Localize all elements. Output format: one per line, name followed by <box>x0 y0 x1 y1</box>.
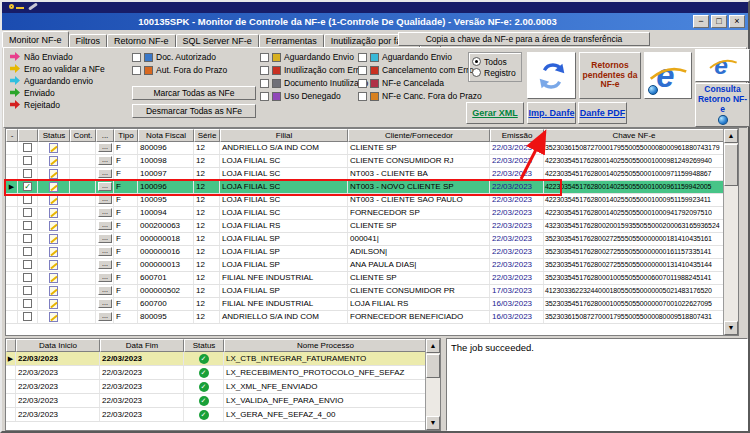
marcar-todas-button[interactable]: Marcar Todas as NFe <box>132 86 256 100</box>
registro-radio-button[interactable] <box>472 68 481 77</box>
maximize-button[interactable]: □ <box>711 15 727 28</box>
nfe-col-header-cliente[interactable]: Cliente/Fornecedor <box>348 129 490 142</box>
nfe-row[interactable]: ...F60070112FILIAL NFE INDUSTRIALCLIENTE… <box>6 272 723 285</box>
nfe-col-header-emissao[interactable]: Emissão <box>490 129 544 142</box>
process-col-header-marker[interactable] <box>6 339 16 352</box>
filter-inutil-aguardando-envio[interactable]: Aguardando Envio <box>260 52 368 62</box>
process-col-header-status[interactable]: Status <box>184 339 224 352</box>
row-detail-button[interactable]: ... <box>98 273 112 282</box>
nfe-col-header-dots[interactable]: ... <box>96 129 114 142</box>
nfe-col-header-cont[interactable]: Cont. <box>70 129 96 142</box>
tab-retorno-nfe[interactable]: Retorno NF-e <box>107 34 176 48</box>
nfe-col-header-filial[interactable]: Filial <box>220 129 348 142</box>
nfe-col-header-status[interactable]: Status <box>38 129 70 142</box>
tab-sql-server-nfe[interactable]: SQL Server NF-e <box>176 34 259 48</box>
process-row[interactable]: 22/03/202322/03/2023✓LX_XML_NFE_ENVIADO <box>6 380 425 394</box>
nfe-row[interactable]: ...F00000001812LOJA FILIAL SP000041|22/0… <box>6 233 723 246</box>
nfe-row[interactable]: ...F00020006312LOJA FILIAL RSCLIENTE SP2… <box>6 220 723 233</box>
row-detail-button[interactable]: ... <box>98 299 112 308</box>
row-detail-button[interactable]: ... <box>98 156 112 165</box>
nfe-col-header-check[interactable] <box>18 129 38 142</box>
nfe-row[interactable]: ...F00000050212LOJA FILIAL SPCLIENTE CON… <box>6 285 723 298</box>
radio-todos[interactable]: Todos <box>472 56 518 67</box>
nfe-col-header-chave[interactable]: Chave NF-e <box>544 129 724 142</box>
inutilizacao-erro-checkbox[interactable] <box>260 66 269 75</box>
row-checkbox[interactable] <box>23 221 32 230</box>
scroll-down-button[interactable]: ▼ <box>426 416 440 430</box>
row-detail-button[interactable]: ... <box>98 208 112 217</box>
process-col-header-processo[interactable]: Nome Processo <box>224 339 427 352</box>
row-checkbox[interactable] <box>23 143 32 152</box>
wrench-icon[interactable] <box>28 2 38 10</box>
row-checkbox[interactable] <box>23 234 32 243</box>
process-col-header-fim[interactable]: Data Fim <box>100 339 184 352</box>
row-checkbox[interactable] <box>23 169 32 178</box>
nfe-row[interactable]: ...F10009412LOJA FILIAL SCFORNECEDOR SP2… <box>6 207 723 220</box>
process-grid-scrollbar[interactable]: ▲ ▼ <box>425 339 440 430</box>
scroll-thumb[interactable] <box>426 354 440 378</box>
filter-inutilizacao-com-erro[interactable]: Inutilização com Erro <box>260 65 368 75</box>
nfe-col-header-marker[interactable]: - <box>6 129 18 142</box>
aut-fora-prazo-checkbox[interactable] <box>132 66 141 75</box>
row-checkbox[interactable] <box>23 260 32 269</box>
scroll-thumb[interactable] <box>724 144 738 186</box>
filter-doc-autorizado[interactable]: Doc. Autorizado <box>132 52 227 62</box>
filter-uso-denegado[interactable]: Uso Denegado <box>260 91 368 101</box>
close-button[interactable]: × <box>729 15 745 28</box>
row-checkbox[interactable] <box>23 182 32 191</box>
row-checkbox[interactable] <box>23 156 32 165</box>
filter-nfe-canc-fora-prazo[interactable]: NF-e Canc. Fora do Prazo <box>358 91 482 101</box>
tab-monitor-nfe[interactable]: Monitor NF-e <box>2 31 69 48</box>
row-detail-button[interactable]: ... <box>98 312 112 321</box>
nfe-col-header-tipo[interactable]: Tipo <box>114 129 138 142</box>
row-checkbox[interactable] <box>23 299 32 308</box>
inutil-aguardando-checkbox[interactable] <box>260 53 269 62</box>
row-checkbox[interactable] <box>23 273 32 282</box>
row-detail-button[interactable]: ... <box>98 247 112 256</box>
minimize-button[interactable]: − <box>693 15 709 28</box>
process-row[interactable]: 22/03/202322/03/2023✓LX_RECEBIMENTO_PROT… <box>6 366 425 380</box>
desmarcar-todas-button[interactable]: Desmarcar Todas as NFe <box>132 104 256 118</box>
scroll-up-button[interactable]: ▲ <box>426 339 440 353</box>
key-icon[interactable] <box>9 4 14 9</box>
row-detail-button[interactable]: ... <box>98 286 112 295</box>
nfe-row[interactable]: ...F80009612ANDRIELLO S/A IND COMCLIENTE… <box>6 142 723 155</box>
row-detail-button[interactable]: ... <box>98 260 112 269</box>
row-detail-button[interactable]: ... <box>98 182 112 191</box>
imp-danfe-button[interactable]: Imp. Danfe <box>527 102 576 124</box>
nfe-cancelada-checkbox[interactable] <box>358 79 367 88</box>
uso-denegado-checkbox[interactable] <box>260 92 269 101</box>
doc-autorizado-checkbox[interactable] <box>132 53 141 62</box>
radio-registro[interactable]: Registro <box>472 67 518 78</box>
todos-radio-button[interactable] <box>472 57 481 66</box>
nfe-grid-scrollbar[interactable]: ▲ ▼ <box>723 129 738 335</box>
gerar-xml-button[interactable]: Gerar XML <box>466 102 524 124</box>
row-detail-button[interactable]: ... <box>98 221 112 230</box>
danfe-pdf-button[interactable]: Danfe PDF <box>578 102 627 124</box>
nfe-col-header-nota[interactable]: Nota Fiscal <box>138 129 194 142</box>
danfe-explorer-button[interactable]: e <box>644 52 692 99</box>
consulta-retorno-button[interactable]: Consulta Retorno NF-e <box>695 83 750 127</box>
filter-documento-inutilizado[interactable]: Documento Inutilizado <box>260 78 368 88</box>
row-detail-button[interactable]: ... <box>98 234 112 243</box>
process-row[interactable]: 22/03/202322/03/2023✓LX_VALIDA_NFE_PARA_… <box>6 394 425 408</box>
retornos-pendentes-button[interactable]: Retornos pendentes da NF-e <box>579 52 641 99</box>
filter-nfe-cancelada[interactable]: NF-e Cancelada <box>358 78 482 88</box>
row-checkbox[interactable] <box>23 208 32 217</box>
nfe-row[interactable]: ...F10009812LOJA FILIAL SCCLIENTE CONSUM… <box>6 155 723 168</box>
filter-aut-fora-prazo[interactable]: Aut. Fora do Prazo <box>132 65 227 75</box>
nfe-row[interactable]: ...F10009712LOJA FILIAL SCNT003 - CLIENT… <box>6 168 723 181</box>
nfe-row[interactable]: ...F60070012FILIAL NFE INDUSTRIALLOJA FI… <box>6 298 723 311</box>
refresh-retornos-button[interactable] <box>527 52 576 99</box>
nfe-row[interactable]: ...F10009512LOJA FILIAL SCNT003 - CLIENT… <box>6 194 723 207</box>
row-checkbox[interactable] <box>23 312 32 321</box>
tab-ferramentas[interactable]: Ferramentas <box>259 34 324 48</box>
filter-cancelamento-com-erro[interactable]: Cancelamento com Erro <box>358 65 482 75</box>
nfe-canc-fora-prazo-checkbox[interactable] <box>358 92 367 101</box>
nfe-row[interactable]: ▶...F10009612LOJA FILIAL SCNT003 - NOVO … <box>6 181 723 194</box>
row-checkbox[interactable] <box>23 195 32 204</box>
cancelamento-erro-checkbox[interactable] <box>358 66 367 75</box>
filter-cancel-aguardando-envio[interactable]: Aguardando Envio <box>358 52 482 62</box>
scroll-up-button[interactable]: ▲ <box>724 129 738 143</box>
process-row[interactable]: 22/03/202322/03/2023✓LX_GERA_NFE_SEFAZ_4… <box>6 408 425 422</box>
